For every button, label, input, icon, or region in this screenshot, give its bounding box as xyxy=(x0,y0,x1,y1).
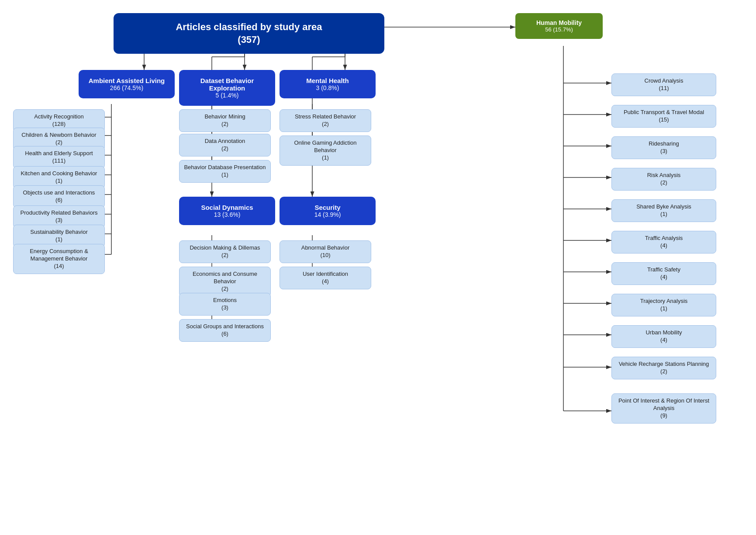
list-item: Objects use and Interactions (6) xyxy=(13,185,105,208)
security-cat-node: Security 14 (3.9%) xyxy=(280,197,376,225)
ambient-count: 266 (74.5%) xyxy=(84,84,169,91)
list-item: Traffic Safety (4) xyxy=(611,262,716,285)
dataset-cat-node: Dataset Behavior Exploration 5 (1.4%) xyxy=(179,70,275,106)
dataset-count: 5 (1.4%) xyxy=(184,92,270,99)
root-node: Articles classified by study area (357) xyxy=(114,13,384,54)
dataset-label: Dataset Behavior Exploration xyxy=(184,77,270,92)
ambient-cat-node: Ambient Assisted Living 266 (74.5%) xyxy=(79,70,175,98)
mental-count: 3 (0.8%) xyxy=(285,84,370,91)
list-item: Emotions (3) xyxy=(179,293,271,316)
list-item: Health and Elderly Support (111) xyxy=(13,146,105,169)
root-title: Articles classified by study area xyxy=(127,21,371,34)
ambient-label: Ambient Assisted Living xyxy=(84,77,169,84)
list-item: Urban Mobility (4) xyxy=(611,325,716,348)
list-item: Decision Making & Dillemas (2) xyxy=(179,240,271,263)
mental-cat-node: Mental Health 3 (0.8%) xyxy=(280,70,376,98)
list-item: Stress Related Behavior (2) xyxy=(280,109,371,132)
list-item: Traffic Analysis (4) xyxy=(611,231,716,254)
list-item: Risk Analysis (2) xyxy=(611,168,716,191)
list-item: Online Gaming Addiction Behavior (1) xyxy=(280,135,371,166)
social-label: Social Dynamics xyxy=(184,204,270,211)
list-item: Energy Consumption & Management Behavior… xyxy=(13,244,105,274)
list-item: Shared Byke Analysis (1) xyxy=(611,199,716,222)
root-count: (357) xyxy=(127,34,371,46)
list-item: Trajectory Analysis (1) xyxy=(611,294,716,316)
list-item: Economics and Consume Behavior (2) xyxy=(179,267,271,297)
human-mobility-node: Human Mobility 56 (15.7%) xyxy=(515,13,603,39)
list-item: Ridesharing (3) xyxy=(611,136,716,159)
human-mobility-label: Human Mobility xyxy=(524,19,594,26)
human-mobility-count: 56 (15.7%) xyxy=(524,26,594,33)
security-count: 14 (3.9%) xyxy=(285,211,370,218)
list-item: Point Of Interest & Region Of Interst An… xyxy=(611,393,716,424)
security-label: Security xyxy=(285,204,370,211)
list-item: Behavior Mining (2) xyxy=(179,109,271,132)
list-item: Crowd Analysis (11) xyxy=(611,73,716,96)
diagram: Articles classified by study area (357) … xyxy=(9,9,747,525)
social-cat-node: Social Dynamics 13 (3.6%) xyxy=(179,197,275,225)
list-item: Social Groups and Interactions (6) xyxy=(179,319,271,342)
list-item: Public Transport & Travel Modal (15) xyxy=(611,105,716,128)
list-item: Behavior Database Presentation (1) xyxy=(179,160,271,183)
list-item: Vehicle Recharge Stations Planning (2) xyxy=(611,357,716,379)
social-count: 13 (3.6%) xyxy=(184,211,270,218)
list-item: Abnormal Behavior (10) xyxy=(280,240,371,263)
list-item: User Identification (4) xyxy=(280,267,371,289)
list-item: Data Annotation (2) xyxy=(179,134,271,156)
mental-label: Mental Health xyxy=(285,77,370,84)
